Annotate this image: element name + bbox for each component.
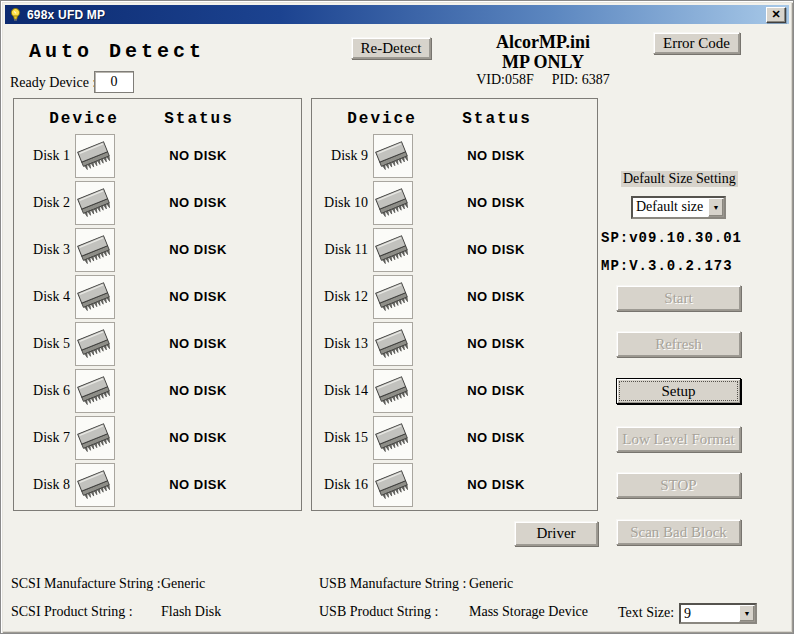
- ini-filename: AlcorMP.ini: [449, 32, 637, 52]
- disk-chip-button[interactable]: [75, 275, 115, 319]
- disk-chip-button[interactable]: [373, 134, 413, 178]
- disk-status: NO DISK: [141, 242, 255, 257]
- lamp-icon: [8, 7, 23, 22]
- titlebar: 698x UFD MP ✕: [5, 5, 789, 24]
- vid-value: VID:058F: [476, 72, 534, 88]
- disk-status: NO DISK: [439, 477, 553, 492]
- disk-chip-button[interactable]: [75, 463, 115, 507]
- device-row: Disk 3 NO DISK: [14, 226, 301, 273]
- text-size-select[interactable]: 9 ▼: [679, 603, 757, 624]
- text-size-value: 9: [681, 605, 739, 622]
- chevron-down-icon[interactable]: ▼: [739, 605, 755, 622]
- scsi-manufacture-label: SCSI Manufacture String :: [11, 576, 161, 592]
- error-code-button[interactable]: Error Code: [653, 32, 740, 54]
- device-row: Disk 13 NO DISK: [312, 320, 597, 367]
- disk-status: NO DISK: [141, 148, 255, 163]
- setup-button[interactable]: Setup: [616, 378, 741, 404]
- chip-icon: [77, 371, 113, 411]
- disk-chip-button[interactable]: [75, 228, 115, 272]
- disk-status: NO DISK: [141, 336, 255, 351]
- disk-status: NO DISK: [439, 336, 553, 351]
- device-row: Disk 1 NO DISK: [14, 132, 301, 179]
- disk-chip-button[interactable]: [373, 369, 413, 413]
- redetect-button[interactable]: Re-Detect: [351, 37, 431, 59]
- disk-label: Disk 7: [20, 430, 70, 446]
- disk-chip-button[interactable]: [75, 322, 115, 366]
- disk-status: NO DISK: [439, 289, 553, 304]
- panel-header: Device Status: [312, 110, 597, 128]
- driver-button[interactable]: Driver: [514, 521, 598, 546]
- disk-label: Disk 15: [318, 430, 368, 446]
- chip-icon: [77, 136, 113, 176]
- chip-icon: [375, 183, 411, 223]
- chip-icon: [375, 418, 411, 458]
- device-row: Disk 4 NO DISK: [14, 273, 301, 320]
- chip-icon: [77, 418, 113, 458]
- disk-chip-button[interactable]: [75, 416, 115, 460]
- disk-status: NO DISK: [141, 430, 255, 445]
- disk-label: Disk 14: [318, 383, 368, 399]
- device-row: Disk 5 NO DISK: [14, 320, 301, 367]
- default-size-select[interactable]: Default size ▼: [631, 196, 726, 219]
- low-level-format-button: Low Level Format: [616, 426, 741, 452]
- device-row: Disk 11 NO DISK: [312, 226, 597, 273]
- scan-bad-block-button: Scan Bad Block: [616, 519, 741, 545]
- device-column-header: Device: [14, 110, 154, 128]
- chip-icon: [77, 465, 113, 505]
- device-rows: Disk 1 NO DISK Disk 2 NO DISK Disk 3 NO …: [14, 132, 301, 508]
- disk-status: NO DISK: [439, 430, 553, 445]
- disk-chip-button[interactable]: [373, 181, 413, 225]
- disk-label: Disk 2: [20, 195, 70, 211]
- disk-label: Disk 12: [318, 289, 368, 305]
- disk-status: NO DISK: [141, 289, 255, 304]
- ini-info: AlcorMP.ini MP ONLY: [449, 32, 637, 72]
- refresh-button: Refresh: [616, 331, 741, 357]
- window-title: 698x UFD MP: [27, 8, 766, 22]
- chip-icon: [375, 277, 411, 317]
- ready-device-count: 0: [94, 71, 134, 93]
- app-window: 698x UFD MP ✕ Auto Detect Re-Detect Alco…: [0, 0, 794, 634]
- disk-chip-button[interactable]: [75, 134, 115, 178]
- disk-chip-button[interactable]: [373, 463, 413, 507]
- disk-chip-button[interactable]: [75, 369, 115, 413]
- disk-label: Disk 3: [20, 242, 70, 258]
- status-column-header: Status: [442, 110, 552, 128]
- device-panel-2: Device Status Disk 9 NO DISK Disk 10 NO …: [311, 98, 598, 511]
- disk-status: NO DISK: [141, 477, 255, 492]
- start-button: Start: [616, 285, 741, 311]
- text-size-label: Text Size:: [618, 605, 674, 621]
- disk-chip-button[interactable]: [373, 275, 413, 319]
- usb-product-value: Mass Storage Device: [469, 604, 588, 620]
- close-button[interactable]: ✕: [766, 7, 786, 23]
- chip-icon: [375, 371, 411, 411]
- chip-icon: [77, 230, 113, 270]
- disk-label: Disk 4: [20, 289, 70, 305]
- sp-version: SP:v09.10.30.01: [601, 230, 742, 246]
- pid-value: PID: 6387: [552, 72, 610, 88]
- disk-label: Disk 11: [318, 242, 368, 258]
- device-row: Disk 7 NO DISK: [14, 414, 301, 461]
- device-panel-1: Device Status Disk 1 NO DISK Disk 2 NO D…: [13, 98, 302, 511]
- device-rows: Disk 9 NO DISK Disk 10 NO DISK Disk 11 N…: [312, 132, 597, 508]
- ready-device-label: Ready Device :: [10, 75, 96, 91]
- usb-product-label: USB Product String :: [319, 604, 438, 620]
- disk-chip-button[interactable]: [373, 416, 413, 460]
- disk-label: Disk 8: [20, 477, 70, 493]
- page-title: Auto Detect: [29, 40, 205, 63]
- disk-chip-button[interactable]: [373, 228, 413, 272]
- chip-icon: [375, 324, 411, 364]
- device-row: Disk 12 NO DISK: [312, 273, 597, 320]
- disk-chip-button[interactable]: [373, 322, 413, 366]
- disk-label: Disk 9: [318, 148, 368, 164]
- device-row: Disk 15 NO DISK: [312, 414, 597, 461]
- disk-status: NO DISK: [439, 383, 553, 398]
- scsi-product-label: SCSI Product String :: [11, 604, 133, 620]
- device-row: Disk 8 NO DISK: [14, 461, 301, 508]
- disk-label: Disk 16: [318, 477, 368, 493]
- disk-chip-button[interactable]: [75, 181, 115, 225]
- chevron-down-icon[interactable]: ▼: [708, 198, 724, 217]
- default-size-setting-label: Default Size Setting: [621, 171, 738, 187]
- usb-manufacture-label: USB Manufacture String :: [319, 576, 466, 592]
- disk-label: Disk 6: [20, 383, 70, 399]
- vid-pid: VID:058F PID: 6387: [449, 72, 637, 88]
